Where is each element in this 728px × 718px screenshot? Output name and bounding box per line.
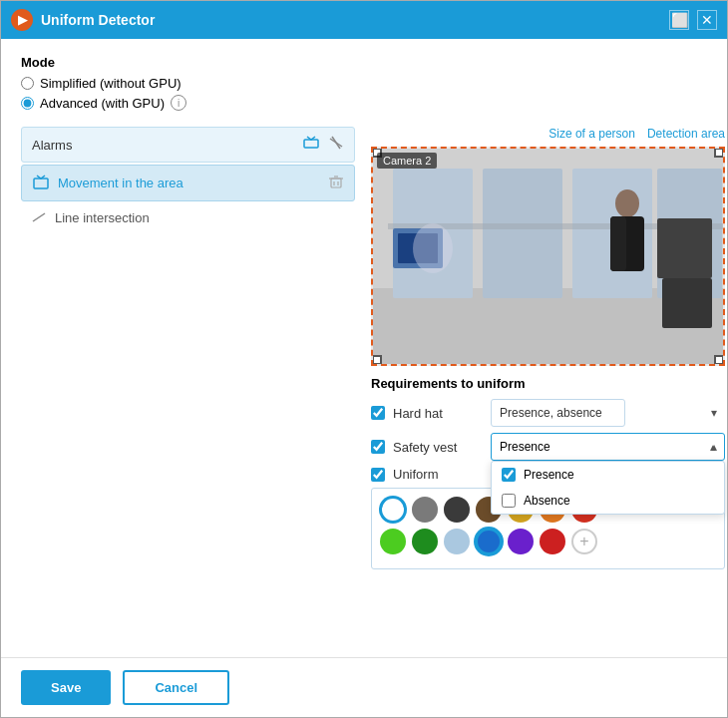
maximize-button[interactable]: ⬜ [669, 10, 689, 30]
size-of-person-link[interactable]: Size of a person [548, 127, 635, 141]
uniform-label: Uniform [393, 467, 483, 482]
content-area: Mode Simplified (without GPU) Advanced (… [1, 39, 727, 657]
svg-rect-19 [610, 216, 626, 271]
svg-point-17 [615, 189, 639, 217]
requirements-title: Requirements to uniform [371, 376, 725, 391]
handle-tr[interactable] [714, 148, 724, 158]
svg-rect-13 [483, 169, 562, 298]
line-intersection-icon [31, 209, 47, 225]
requirements-section: Requirements to uniform Hard hat Presenc… [371, 376, 725, 569]
close-button[interactable]: ✕ [697, 10, 717, 30]
main-window: ▶ Uniform Detector ⬜ ✕ Mode Simplified (… [0, 0, 728, 718]
window-controls: ⬜ ✕ [669, 10, 717, 30]
save-button[interactable]: Save [21, 670, 111, 705]
mode-simplified-label: Simplified (without GPU) [40, 76, 182, 91]
alarms-header[interactable]: Alarms [21, 127, 355, 163]
hard-hat-checkbox[interactable] [371, 406, 385, 420]
color-purple[interactable] [508, 529, 534, 554]
color-light-green[interactable] [380, 529, 406, 554]
mode-simplified-row: Simplified (without GPU) [21, 76, 707, 91]
footer: Save Cancel [1, 657, 727, 717]
window-title: Uniform Detector [41, 12, 669, 28]
dropdown-absence[interactable]: Absence [492, 488, 724, 514]
handle-br[interactable] [714, 355, 724, 365]
svg-rect-23 [662, 278, 712, 328]
handle-bl[interactable] [372, 355, 382, 365]
mode-advanced-radio[interactable] [21, 97, 34, 110]
absence-checkbox[interactable] [502, 494, 516, 508]
camera-preview: Camera 2 [371, 147, 725, 366]
camera-scene [373, 149, 723, 364]
cancel-button[interactable]: Cancel [123, 670, 229, 705]
color-blue[interactable] [476, 529, 502, 554]
safety-vest-label: Safety vest [393, 440, 483, 455]
uniform-checkbox[interactable] [371, 468, 385, 482]
right-panel: Size of a person Detection area Camera 2 [371, 127, 725, 641]
dropdown-presence[interactable]: Presence [492, 462, 724, 488]
hard-hat-select-wrapper: Presence, absence Presence Absence [491, 399, 725, 427]
dropdown-arrow-up: ▴ [710, 441, 716, 454]
mode-advanced-row: Advanced (with GPU) i [21, 95, 707, 111]
color-dark-gray[interactable] [444, 497, 470, 523]
alarm-item-movement[interactable]: Movement in the area [21, 165, 355, 201]
alarm-item-line[interactable]: Line intersection [21, 201, 355, 233]
left-panel: Alarms [21, 127, 355, 641]
color-dark-red[interactable] [540, 529, 565, 554]
mode-section: Mode Simplified (without GPU) Advanced (… [21, 55, 707, 115]
svg-rect-22 [657, 218, 712, 278]
app-icon: ▶ [11, 9, 33, 31]
color-green[interactable] [412, 529, 438, 554]
info-icon[interactable]: i [171, 95, 186, 111]
color-gray[interactable] [412, 497, 438, 523]
top-links: Size of a person Detection area [371, 127, 725, 141]
alarm-line-label: Line intersection [55, 210, 150, 225]
alarms-select-icon[interactable] [302, 135, 320, 156]
main-area: Alarms [21, 127, 707, 641]
svg-rect-3 [34, 179, 48, 188]
mode-simplified-radio[interactable] [21, 77, 34, 90]
svg-rect-4 [331, 179, 341, 187]
movement-icon [32, 175, 50, 192]
safety-vest-checkbox[interactable] [371, 440, 385, 454]
hard-hat-label: Hard hat [393, 406, 483, 421]
hard-hat-select[interactable]: Presence, absence Presence Absence [491, 399, 625, 427]
svg-rect-0 [304, 140, 318, 148]
alarms-label: Alarms [32, 138, 72, 153]
alarms-header-icons [302, 135, 344, 156]
alarms-settings-icon[interactable] [328, 135, 344, 156]
safety-vest-dropdown-trigger[interactable]: Presence ▴ [491, 433, 725, 461]
safety-vest-select-wrapper: Presence ▴ Presence Absence [491, 433, 725, 461]
svg-line-9 [33, 213, 45, 221]
requirement-hard-hat: Hard hat Presence, absence Presence Abse… [371, 399, 725, 427]
color-white[interactable] [380, 497, 406, 523]
requirement-safety-vest: Safety vest Presence ▴ Presence [371, 433, 725, 461]
color-light-blue[interactable] [444, 529, 470, 554]
color-row-2: + [380, 529, 716, 554]
mode-advanced-label: Advanced (with GPU) [40, 96, 165, 111]
detection-area-link[interactable]: Detection area [647, 127, 725, 141]
color-add-button[interactable]: + [571, 529, 597, 554]
svg-point-24 [413, 223, 453, 273]
presence-checkbox[interactable] [502, 468, 516, 482]
alarm-movement-label: Movement in the area [58, 176, 320, 190]
camera-label: Camera 2 [377, 153, 437, 169]
svg-line-2 [332, 137, 340, 149]
safety-vest-dropdown-list: Presence Absence [491, 461, 725, 515]
mode-label: Mode [21, 55, 707, 70]
camera-image [373, 149, 723, 364]
title-bar: ▶ Uniform Detector ⬜ ✕ [1, 1, 727, 39]
alarm-movement-delete[interactable] [328, 174, 344, 192]
